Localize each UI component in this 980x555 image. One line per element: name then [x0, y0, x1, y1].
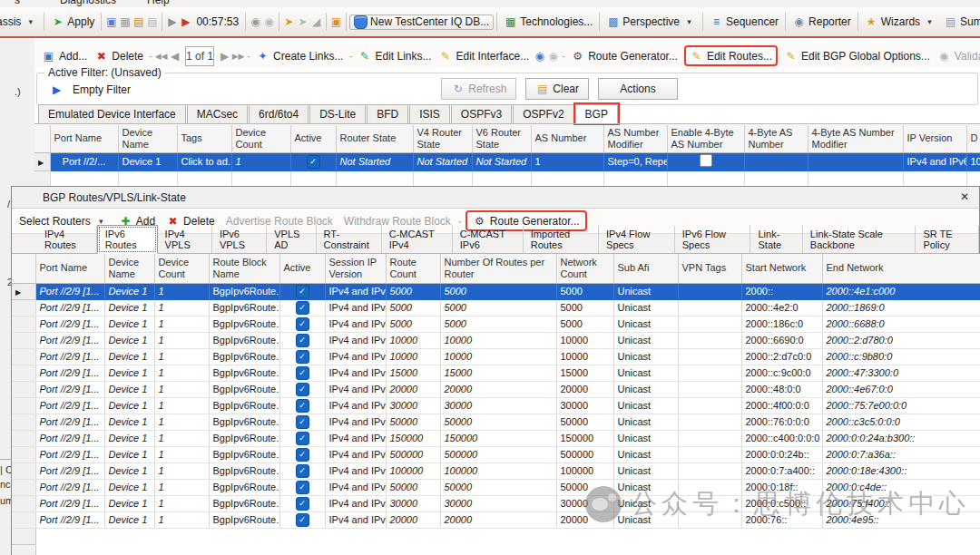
tab-bfd[interactable]: BFD — [367, 104, 408, 124]
cell-device-count[interactable]: 1 — [154, 348, 209, 365]
col-active[interactable]: Active — [279, 254, 325, 283]
cell-sub-afi[interactable]: Unicast — [613, 299, 678, 316]
cell-start-network[interactable]: 2000:0:7:a400:: — [741, 462, 822, 479]
active-checkbox[interactable]: ✓ — [296, 317, 309, 331]
tab-link-state-scale-backbone[interactable]: Link-State Scale Backbone — [803, 226, 916, 253]
cell-route-block[interactable]: BgpIpv6Route... — [209, 316, 279, 332]
cell-network-count[interactable]: 5000 — [556, 283, 613, 299]
panel-title-bar[interactable]: BGP Routes/VPLS/Link-State ✕ — [12, 187, 979, 209]
cell-as-number[interactable]: 1 — [531, 152, 603, 170]
cell-route-block[interactable]: BgpIpv6Route... — [209, 283, 279, 299]
tab-ds-lite[interactable]: DS-Lite — [309, 104, 366, 124]
cell-route-block[interactable]: BgpIpv6Route... — [209, 381, 279, 397]
cell-per-router[interactable]: 10000 — [440, 332, 556, 348]
active-checkbox[interactable]: ✓ — [296, 464, 309, 478]
cell-route-count[interactable]: 5000 — [386, 299, 440, 316]
active-checkbox[interactable]: ✓ — [296, 399, 309, 413]
start-arp-icon[interactable]: ➤ — [282, 15, 296, 29]
wizards-button[interactable]: ★ Wizards ▾ — [861, 15, 940, 29]
cell-active[interactable]: ✓ — [279, 430, 325, 446]
cell-device[interactable]: Device 1 — [104, 479, 154, 495]
row-selector[interactable] — [12, 316, 35, 332]
row-selector[interactable] — [12, 332, 35, 348]
tab-emulated-device-interface[interactable]: Emulated Device Interface — [38, 104, 186, 124]
col-active[interactable]: Active — [290, 125, 336, 152]
tab-6rd6to4[interactable]: 6rd/6to4 — [249, 104, 309, 124]
active-checkbox[interactable]: ✓ — [296, 497, 309, 511]
route-row[interactable]: Port //2/9 [1... Device 1 1 BgpIpv6Route… — [12, 446, 980, 462]
route-row[interactable]: Port //2/9 [1... Device 1 1 BgpIpv6Route… — [12, 365, 980, 381]
cell-route-block[interactable]: BgpIpv6Route... — [209, 348, 279, 365]
cell-device-count[interactable]: 1 — [154, 299, 209, 316]
cell-per-router[interactable]: 500000 — [440, 446, 556, 462]
route-row[interactable]: Port //2/9 [1... Device 1 1 BgpIpv6Route… — [12, 430, 980, 446]
last-page-icon[interactable]: ▶▶ — [231, 49, 245, 63]
cell-active[interactable]: ✓ — [279, 365, 325, 381]
cell-route-block[interactable]: BgpIpv6Route... — [209, 332, 279, 348]
cell-vpn-tags[interactable] — [678, 332, 741, 348]
cell-vpn-tags[interactable] — [678, 365, 741, 381]
tab-ospfv2[interactable]: OSPFv2 — [513, 104, 573, 124]
cell-end-network[interactable]: 2000::6688:0 — [822, 316, 980, 332]
cell-route-block[interactable]: BgpIpv6Route... — [209, 511, 279, 528]
cell-route-block[interactable]: BgpIpv6Route... — [209, 446, 279, 462]
col-4byte-as[interactable]: 4-Byte AS Number — [744, 125, 808, 152]
cell-route-count[interactable]: 50000 — [386, 479, 440, 495]
tab-ipv6-flow-specs[interactable]: IPv6 Flow Specs — [675, 226, 751, 253]
cell-route-count[interactable]: 50000 — [386, 414, 440, 430]
col-sub-afi[interactable]: Sub Afi — [613, 254, 678, 283]
tab-cmcast-ipv4[interactable]: C-MCAST IPv4 — [382, 226, 453, 253]
cell-per-router[interactable]: 5000 — [440, 283, 556, 299]
cell-device[interactable]: Device 1 — [104, 446, 154, 462]
cell-route-block[interactable]: BgpIpv6Route... — [209, 462, 279, 479]
cell-session-ip[interactable]: IPv4 and IPv6 — [325, 511, 386, 528]
cell-end-network[interactable]: 2000::75:7e00:0:0 — [822, 397, 980, 414]
new-db-button[interactable]: New TestCenter IQ DB... — [349, 15, 494, 30]
cell-network-count[interactable]: 20000 — [556, 381, 613, 397]
cell-vpn-tags[interactable] — [678, 511, 741, 528]
cell-device-count[interactable]: 1 — [154, 446, 209, 462]
tab-ipv4-flow-specs[interactable]: IPv4 Flow Specs — [599, 226, 675, 253]
empty-row[interactable] — [12, 544, 980, 555]
active-checkbox[interactable]: ✓ — [296, 366, 309, 380]
cell-end-network[interactable]: 2000:0:0:24a:b300:: — [822, 430, 980, 446]
cell-start-network[interactable]: 2000::c:9c00:0 — [741, 365, 822, 381]
sequencer-button[interactable]: ≡ Sequencer — [706, 15, 782, 29]
col-partial[interactable]: D — [966, 125, 980, 152]
cell-sub-afi[interactable]: Unicast — [613, 414, 678, 430]
filter-name[interactable]: Empty Filter — [73, 83, 131, 96]
cell-start-network[interactable]: 2000::c400:0:0:0 — [741, 430, 822, 446]
cell-sub-afi[interactable]: Unicast — [613, 479, 678, 495]
cell-device[interactable]: Device 1 — [104, 414, 154, 430]
edit-links-button[interactable]: ✎ Edit Links... — [354, 47, 435, 64]
cell-session-ip[interactable]: IPv4 and IPv6 — [325, 316, 386, 332]
cell-port[interactable]: Port //2/9 [1... — [35, 381, 104, 397]
cell-vpn-tags[interactable] — [678, 348, 741, 365]
edit-routes-button[interactable]: ✎ Edit Routes... — [686, 47, 776, 64]
cell-session-ip[interactable]: IPv4 and IPv6 — [325, 495, 386, 511]
cell-session-ip[interactable]: IPv4 and IPv6 — [325, 348, 386, 365]
cell-device[interactable]: Device 1 — [104, 462, 154, 479]
create-links-button[interactable]: ✦ Create Links... — [252, 47, 347, 64]
active-checkbox[interactable]: ✓ — [296, 383, 309, 396]
cell-vpn-tags[interactable] — [678, 430, 741, 446]
row-selector[interactable] — [12, 495, 35, 511]
cell-sub-afi[interactable]: Unicast — [613, 316, 678, 332]
cell-active[interactable]: ✓ — [279, 511, 325, 528]
row-selector[interactable] — [12, 414, 35, 430]
cell-per-router[interactable]: 50000 — [440, 479, 556, 495]
cell-sub-afi[interactable]: Unicast — [613, 495, 678, 511]
active-checkbox[interactable]: ✓ — [296, 301, 309, 315]
tab-rt-constraint[interactable]: RT-Constraint — [317, 226, 382, 253]
start-traffic-icon[interactable]: ◉ — [249, 15, 262, 29]
cell-port[interactable]: Port //2/9 [1... — [35, 511, 104, 528]
cell-end-network[interactable]: 2000::47:3300:0 — [822, 365, 980, 381]
cell-port[interactable]: Port //2/9 [1... — [35, 446, 104, 462]
cell-route-block[interactable]: BgpIpv6Route... — [209, 365, 279, 381]
active-checkbox[interactable]: ✓ — [296, 481, 309, 494]
cell-route-count[interactable]: 20000 — [386, 511, 440, 528]
cell-vpn-tags[interactable] — [678, 495, 741, 511]
menu-partial[interactable]: s — [15, 0, 20, 6]
cell-start-network[interactable]: 2000::2:d7c0:0 — [741, 348, 822, 365]
cell-v6-state[interactable]: Not Started — [472, 152, 531, 170]
